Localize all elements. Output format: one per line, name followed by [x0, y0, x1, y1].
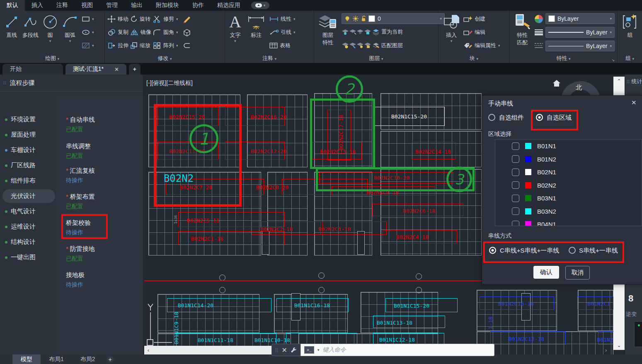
linetype-dropdown[interactable]: ByLayer ▾	[545, 41, 615, 51]
scroll-up-icon[interactable]: ⌃	[617, 78, 621, 84]
panel-title-layers[interactable]: 图层 ▾	[314, 55, 438, 62]
sidebar-item-结构设计[interactable]: 结构设计	[0, 234, 56, 250]
color-wheel-button[interactable]	[534, 13, 543, 25]
line-button[interactable]: 直线	[4, 12, 19, 52]
command-bar[interactable]: ⁞⁞ ✕ >_ ▾ 键入命令	[271, 344, 494, 356]
trim-button[interactable]: 修剪▾	[153, 13, 178, 25]
table-button[interactable]: 表格	[269, 40, 296, 51]
create-block-button[interactable]: 创建	[463, 13, 500, 25]
scroll-down-icon[interactable]: ⌄	[617, 342, 621, 348]
cancel-button[interactable]: 取消	[565, 266, 590, 280]
chevron-down-icon[interactable]: ▾	[317, 348, 320, 352]
ribbon-tab-附加模块[interactable]: 附加模块	[149, 0, 186, 11]
explode-button[interactable]	[182, 27, 191, 38]
ribbon-tab-协作[interactable]: 协作	[186, 0, 211, 11]
ribbon-tab-视图[interactable]: 视图	[75, 0, 99, 11]
lineweight-dropdown[interactable]: ByLayer ▾	[545, 27, 615, 38]
home-icon[interactable]	[552, 80, 561, 89]
stretch-button[interactable]: 拉伸	[107, 40, 128, 51]
ribbon-tab-精选应用[interactable]: 精选应用	[211, 0, 247, 11]
ellipse-tool-button[interactable]: ▾	[82, 27, 94, 38]
panel-title-draw[interactable]: 绘图 ▾	[0, 55, 104, 62]
close-icon[interactable]: ✕	[114, 66, 119, 72]
layer-properties-button[interactable]: 图层特性	[318, 12, 337, 52]
sidebar-item-环境设置[interactable]: 环境设置	[0, 112, 56, 127]
ribbon-tab-注释[interactable]: 注释	[50, 0, 75, 11]
workflow-step-自动串线[interactable]: *自动串线已配置	[66, 116, 95, 133]
drag-handle-icon[interactable]: ⁞⁞	[275, 348, 279, 352]
confirm-button[interactable]: 确认	[533, 266, 559, 279]
region-checkbox-B01N2[interactable]	[512, 155, 519, 163]
sidebar-item-一键出图[interactable]: 一键出图	[0, 250, 56, 265]
drag-handle-icon[interactable]: ⁞⁞	[3, 81, 7, 85]
tab-layout2[interactable]: 布局2	[72, 354, 104, 364]
region-checkbox-B01N1[interactable]	[512, 142, 519, 150]
statistics-thumbnail[interactable]	[634, 321, 642, 347]
panel-title-block[interactable]: 块 ▾	[438, 55, 509, 62]
edit-attributes-button[interactable]: 编辑属性▾	[463, 40, 500, 51]
group-button[interactable]: 组	[622, 12, 638, 52]
sidebar-item-组件排布[interactable]: 组件排布	[0, 173, 56, 188]
insert-block-button[interactable]: 插入 ▾	[443, 12, 460, 52]
wrench-icon[interactable]	[291, 347, 297, 353]
layer-select-dropdown[interactable]: 0 ▾	[342, 13, 445, 24]
statistics-panel-header[interactable]: ⁞⁞ 统计	[625, 75, 642, 85]
text-button[interactable]: A 文字 ▾	[229, 12, 241, 52]
sidebar-item-厂区线路[interactable]: 厂区线路	[0, 158, 56, 173]
panel-title-group[interactable]: 组 ▾	[618, 55, 642, 62]
lineweight-button[interactable]	[534, 27, 543, 38]
ribbon-tab-输出[interactable]: 输出	[124, 0, 149, 11]
rotate-button[interactable]: 旋转	[130, 13, 151, 25]
radio-select-components[interactable]	[488, 114, 495, 121]
sidebar-item-电气设计[interactable]: 电气设计	[0, 204, 56, 219]
array-button[interactable]: 阵列▾	[153, 40, 178, 51]
sidebar-item-光伏设计[interactable]: 光伏设计	[0, 188, 56, 204]
new-layout-button[interactable]: +	[107, 356, 114, 363]
file-tab-start[interactable]: 开始	[2, 64, 63, 75]
region-checkbox-B04N1[interactable]	[512, 221, 519, 226]
scroll-left-icon[interactable]: ‹	[148, 347, 149, 353]
rectangle-tool-button[interactable]: ▾	[82, 13, 94, 25]
cloud-dropdown-button[interactable]: ▾	[251, 2, 269, 9]
linear-dim-button[interactable]: 线性▾	[269, 13, 296, 25]
set-current-label[interactable]: 置为当前	[381, 28, 403, 36]
erase-button[interactable]	[182, 13, 191, 25]
file-tab-document[interactable]: 测试-汇流1* ✕	[65, 64, 126, 75]
region-checkbox-B03N1[interactable]	[512, 195, 519, 202]
scale-button[interactable]: 缩放	[130, 40, 151, 51]
workflow-step-接地极[interactable]: 接地极待操作	[66, 271, 85, 289]
mirror-button[interactable]: 镜像	[130, 27, 151, 38]
panel-title-properties[interactable]: 特性 ▾ ↘	[510, 55, 617, 62]
sidebar-item-运维设计[interactable]: 运维设计	[0, 219, 56, 234]
fillet-button[interactable]: 圆角▾	[153, 27, 178, 38]
ribbon-tab-管理[interactable]: 管理	[99, 0, 124, 11]
hatch-tool-button[interactable]: ▾	[82, 40, 94, 51]
region-checkbox-B03N2[interactable]	[512, 207, 519, 215]
circle-button[interactable]: 圆 ▾	[42, 12, 58, 52]
region-checkbox-B02N1[interactable]	[512, 169, 519, 176]
linetype-button[interactable]	[534, 40, 543, 51]
arc-button[interactable]: 圆弧 ▾	[62, 12, 78, 52]
object-color-dropdown[interactable]: ByLayer ▾	[545, 13, 615, 24]
sidebar-item-屋面处理[interactable]: 屋面处理	[0, 127, 56, 142]
workflow-step-桥架布置[interactable]: *桥架布置已配置	[66, 193, 95, 210]
offset-button[interactable]	[182, 40, 191, 51]
match-layer-label[interactable]: 匹配图层	[381, 42, 403, 49]
region-checkbox-B02N2[interactable]	[512, 181, 519, 189]
panel-title-annotate[interactable]: 注释 ▾	[225, 55, 314, 62]
workflow-step-汇流复核[interactable]: *汇流复核待操作	[66, 167, 95, 184]
move-button[interactable]: 移动	[107, 13, 128, 25]
new-tab-button[interactable]: +	[129, 64, 141, 75]
command-input[interactable]: >_ ▾ 键入命令	[300, 344, 494, 356]
panel-expander-icon[interactable]: ↘	[611, 58, 615, 62]
ribbon-tab-默认[interactable]: 默认	[0, 0, 25, 11]
ribbon-tab-插入[interactable]: 插入	[25, 0, 50, 11]
panel-title-modify[interactable]: 修改 ▾	[105, 55, 225, 62]
workflow-step-串线调整[interactable]: 串线调整已配置	[66, 142, 91, 160]
close-icon[interactable]: ✕	[282, 346, 287, 354]
polyline-button[interactable]: 多段线	[22, 12, 39, 52]
copy-button[interactable]: 复制	[107, 27, 128, 38]
viewport-controls[interactable]: [-][俯视][二维线框]	[146, 80, 193, 87]
sidebar-item-车棚设计[interactable]: 车棚设计	[0, 142, 56, 158]
leader-button[interactable]: 引线▾	[269, 27, 296, 38]
